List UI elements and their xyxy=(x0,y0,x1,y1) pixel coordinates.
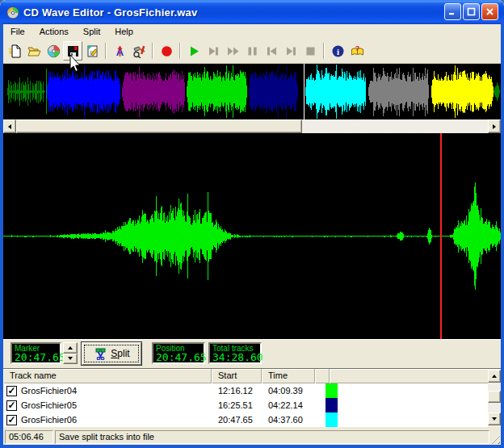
track-color-swatch xyxy=(326,412,338,427)
spinner-up-button[interactable] xyxy=(63,342,78,354)
minimize-button[interactable] xyxy=(444,3,461,20)
close-button[interactable] xyxy=(481,3,498,20)
open-folder-icon xyxy=(27,44,41,58)
position-display: Position 20:47.65 xyxy=(152,342,205,364)
track-checkbox[interactable]: ✓ xyxy=(6,415,17,425)
toolbar-separator xyxy=(323,43,325,59)
track-color-swatch xyxy=(326,398,338,412)
close-icon xyxy=(485,7,494,16)
new-file-icon xyxy=(8,44,22,58)
scroll-right-button[interactable] xyxy=(488,119,501,133)
track-start: 12:16.12 xyxy=(212,386,262,396)
main-waveform[interactable] xyxy=(3,133,501,339)
table-row[interactable]: ✓ GrosFichier04 12:16.12 04:09.39 xyxy=(3,383,501,398)
skip-end-button[interactable] xyxy=(281,41,300,61)
title-bar: CD Wave Editor - GrosFichier.wav xyxy=(0,0,504,24)
table-row[interactable]: ✓ GrosFichier06 20:47.65 04:37.60 xyxy=(3,412,501,427)
column-header-color[interactable] xyxy=(315,369,330,383)
focus-rect xyxy=(84,345,139,362)
menu-bar: File Actions Split Help xyxy=(3,24,501,39)
status-time: 05:06.46 xyxy=(5,430,53,444)
column-header-track-name[interactable]: Track name xyxy=(3,369,212,383)
skip-forward-icon xyxy=(207,44,220,58)
save-tracks-icon xyxy=(86,44,99,58)
scroll-left-button[interactable] xyxy=(3,119,16,133)
app-icon xyxy=(6,6,19,19)
scrollbar-thumb[interactable] xyxy=(16,119,302,133)
arrow-up-icon xyxy=(68,346,73,350)
table-header: Track name Start Time xyxy=(3,369,501,383)
info-button[interactable]: i xyxy=(328,41,347,61)
column-header-start[interactable]: Start xyxy=(212,369,262,383)
maximize-icon xyxy=(467,7,476,16)
position-value: 20:47.65 xyxy=(156,352,201,362)
table-scrollbar xyxy=(488,370,501,427)
arrow-down-icon xyxy=(68,357,73,360)
new-file-button[interactable] xyxy=(5,41,24,61)
total-tracks-value: 34:28.60 xyxy=(212,352,258,362)
table-scrollbar-thumb[interactable] xyxy=(488,391,501,403)
table-scroll-down-button[interactable] xyxy=(488,412,501,425)
marker-display: Marker 20:47.65 xyxy=(10,342,61,364)
pause-button[interactable] xyxy=(242,41,262,61)
skip-back-icon xyxy=(265,44,279,58)
marker-spinner xyxy=(63,342,78,364)
fast-forward-icon xyxy=(226,44,240,58)
track-start: 16:25.51 xyxy=(212,400,262,410)
arrow-right-icon xyxy=(493,124,496,129)
fast-forward-button[interactable] xyxy=(223,41,242,61)
stop-button[interactable] xyxy=(300,41,320,61)
skip-back-button[interactable] xyxy=(262,41,281,61)
skip-forward-button[interactable] xyxy=(204,41,223,61)
play-icon xyxy=(187,44,201,58)
menu-help[interactable]: Help xyxy=(107,25,141,38)
mouse-cursor xyxy=(69,55,82,74)
record-button[interactable] xyxy=(157,41,176,61)
skip-end-icon xyxy=(284,44,298,58)
track-checkbox[interactable]: ✓ xyxy=(6,400,17,411)
menu-split[interactable]: Split xyxy=(76,25,107,38)
track-time: 04:09.39 xyxy=(262,386,315,396)
scrollbar-trough[interactable] xyxy=(302,119,488,133)
pause-icon xyxy=(246,44,259,58)
column-header-time[interactable]: Time xyxy=(262,369,315,383)
maximize-button[interactable] xyxy=(463,3,480,20)
options-tools-button[interactable] xyxy=(129,41,149,61)
window-border xyxy=(501,23,504,448)
info-icon: i xyxy=(331,44,345,58)
cd-button[interactable] xyxy=(44,41,63,61)
open-file-button[interactable] xyxy=(24,41,44,61)
toolbar-separator xyxy=(152,43,153,59)
save-tracks-button[interactable] xyxy=(82,41,102,61)
track-name: GrosFichier05 xyxy=(21,400,77,410)
help-book-icon: ? xyxy=(351,44,364,58)
track-list: Track name Start Time ✓ GrosFichier04 12… xyxy=(3,368,501,426)
marker-value: 20:47.65 xyxy=(15,352,57,362)
track-checkbox[interactable]: ✓ xyxy=(6,386,17,396)
overview-scrollbar xyxy=(3,119,501,133)
minimize-icon xyxy=(448,7,457,16)
record-icon xyxy=(160,44,174,58)
resize-grip[interactable] xyxy=(489,433,500,444)
play-button[interactable] xyxy=(184,41,204,61)
cd-icon xyxy=(47,44,61,58)
window-border xyxy=(0,445,504,448)
track-color-swatch xyxy=(326,383,338,398)
track-name: GrosFichier04 xyxy=(21,386,77,396)
tools-icon xyxy=(132,44,146,58)
marker-a-icon: A xyxy=(113,44,127,58)
window-border xyxy=(0,23,3,448)
menu-file[interactable]: File xyxy=(3,25,32,38)
menu-actions[interactable]: Actions xyxy=(32,25,76,38)
arrow-left-icon xyxy=(8,124,11,129)
table-row[interactable]: ✓ GrosFichier05 16:25.51 04:22.14 xyxy=(3,398,501,412)
track-name: GrosFichier06 xyxy=(21,415,77,425)
status-bar: 05:06.46 Save split tracks into file xyxy=(3,428,501,445)
table-scroll-up-button[interactable] xyxy=(488,370,501,383)
controls-bar: Marker 20:47.65 Split Position 20:47.65 … xyxy=(3,339,501,368)
add-marker-button[interactable]: A xyxy=(110,41,129,61)
split-button[interactable]: Split xyxy=(81,341,142,366)
help-button[interactable]: ? xyxy=(347,41,367,61)
spinner-down-button[interactable] xyxy=(63,354,78,365)
toolbar-separator xyxy=(105,43,107,59)
